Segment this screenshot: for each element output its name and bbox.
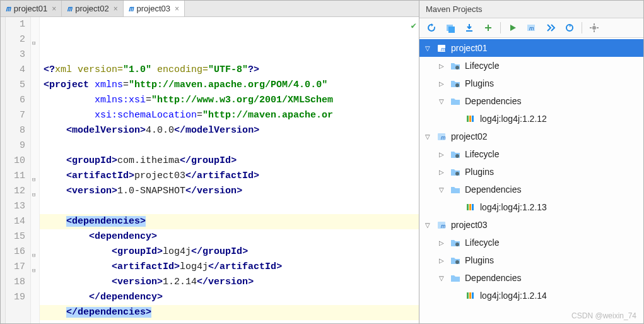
run-m-button[interactable]: m [524, 21, 540, 35]
chevron-right-icon[interactable]: ▷ [437, 151, 446, 158]
maven-tree[interactable]: ▽mproject01▷Lifecycle▷Plugins▽Dependenci… [419, 38, 643, 323]
folder-icon [450, 78, 461, 88]
settings-button[interactable] [586, 21, 602, 35]
generate-icon [445, 23, 455, 33]
folder-icon [450, 255, 461, 265]
refresh-button[interactable] [423, 21, 440, 35]
maven-node-dependencies[interactable]: ▽Dependencies [419, 181, 643, 198]
close-icon[interactable]: × [175, 4, 179, 13]
folder-icon [450, 237, 461, 248]
editor-tab-project01[interactable]: mproject01× [1, 1, 62, 16]
code-line[interactable] [40, 138, 419, 153]
svg-rect-30 [469, 292, 471, 299]
code-line[interactable]: xmlns:xsi="http://www.w3.org/2001/XMLSch… [40, 93, 419, 108]
maven-module-icon: m [436, 131, 447, 141]
chevron-right-icon[interactable]: ▷ [437, 169, 446, 176]
code-line[interactable]: </dependency> [40, 290, 419, 305]
code-editor[interactable]: 12345678910111213141516171819 ⊟⊟⊟⊟⊟ ✔ <?… [1, 17, 419, 323]
dependency-label: log4j:log4j:1.2.13 [480, 202, 547, 212]
code-line[interactable]: <groupId>com.itheima</groupId> [40, 153, 419, 169]
code-line[interactable]: <artifactId>project03</artifactId> [40, 169, 419, 184]
code-line[interactable]: <modelVersion>4.0.0</modelVersion> [40, 123, 419, 138]
code-line[interactable] [40, 320, 419, 323]
close-icon[interactable]: × [52, 4, 56, 13]
svg-rect-16 [469, 116, 471, 122]
svg-rect-31 [472, 292, 474, 299]
maven-project-project03[interactable]: ▽mproject03 [419, 216, 643, 234]
change-strip [1, 17, 6, 323]
maven-module-icon: m [436, 43, 447, 53]
maven-node-lifecycle[interactable]: ▷Lifecycle [419, 57, 643, 75]
code-line[interactable]: <dependency> [40, 229, 419, 244]
fold-gutter[interactable]: ⊟⊟⊟⊟⊟ [31, 17, 40, 323]
svg-point-28 [455, 260, 459, 264]
chevron-down-icon[interactable]: ▽ [423, 222, 432, 229]
maven-dependency[interactable]: log4j:log4j:1.2.13 [419, 198, 643, 216]
code-line[interactable]: <version>1.2.14</version> [40, 275, 419, 290]
editor-tab-project02[interactable]: mproject02× [62, 1, 123, 16]
dependency-icon [465, 114, 476, 124]
download-button[interactable] [461, 21, 477, 35]
chevron-right-icon[interactable]: ▷ [437, 63, 446, 69]
folder-icon [450, 149, 461, 159]
maven-node-plugins[interactable]: ▷Plugins [419, 75, 643, 92]
cycle-button[interactable] [561, 21, 578, 35]
maven-file-icon: m [129, 4, 134, 13]
node-label: Plugins [465, 255, 494, 265]
editor-tab-project03[interactable]: mproject03× [124, 1, 185, 16]
code-area[interactable]: ✔ <?xml version="1.0" encoding="UTF-8"?>… [40, 17, 419, 323]
chevron-down-icon[interactable]: ▽ [423, 133, 432, 140]
plus-button[interactable] [480, 21, 496, 35]
folder-icon [450, 184, 461, 195]
maven-dependency[interactable]: log4j:log4j:1.2.14 [419, 287, 643, 304]
cycle-icon [565, 23, 575, 33]
code-line[interactable]: </dependencies> [40, 305, 419, 320]
chevron-right-icon[interactable]: ▷ [437, 239, 446, 246]
maven-node-dependencies[interactable]: ▽Dependencies [419, 269, 643, 287]
refresh-icon [426, 23, 436, 33]
skip-button[interactable] [542, 21, 559, 35]
code-line[interactable]: <?xml version="1.0" encoding="UTF-8"?> [40, 63, 419, 78]
maven-node-plugins[interactable]: ▷Plugins [419, 251, 643, 269]
svg-rect-15 [467, 116, 469, 122]
editor-tabs: mproject01×mproject02×mproject03× [1, 1, 419, 17]
maven-toolbar: m [419, 18, 643, 38]
code-line[interactable]: <groupId>log4j</groupId> [40, 244, 419, 260]
chevron-down-icon[interactable]: ▽ [437, 275, 446, 282]
tab-label: project03 [136, 4, 170, 13]
node-label: Lifecycle [465, 61, 499, 71]
chevron-down-icon[interactable]: ▽ [437, 186, 446, 193]
inspection-ok-icon: ✔ [411, 18, 416, 33]
close-icon[interactable]: × [114, 4, 118, 13]
generate-button[interactable] [442, 21, 459, 35]
editor-pane: mproject01×mproject02×mproject03× 123456… [1, 1, 419, 323]
maven-node-dependencies[interactable]: ▽Dependencies [419, 92, 643, 110]
maven-node-plugins[interactable]: ▷Plugins [419, 163, 643, 181]
code-line[interactable]: <dependencies> [40, 214, 419, 229]
maven-panel-title: Maven Projects [419, 1, 643, 18]
maven-project-project02[interactable]: ▽mproject02 [419, 128, 643, 145]
code-line[interactable]: xsi:schemaLocation="http://maven.apache.… [40, 108, 419, 123]
maven-node-lifecycle[interactable]: ▷Lifecycle [419, 145, 643, 163]
svg-rect-24 [472, 204, 474, 210]
chevron-down-icon[interactable]: ▽ [437, 98, 446, 105]
code-line[interactable]: <artifactId>log4j</artifactId> [40, 260, 419, 275]
node-label: Dependencies [465, 273, 522, 283]
chevron-right-icon[interactable]: ▷ [437, 80, 446, 87]
code-line[interactable] [40, 199, 419, 214]
maven-project-project01[interactable]: ▽mproject01 [419, 39, 643, 57]
chevron-down-icon[interactable]: ▽ [423, 45, 432, 52]
maven-dependency[interactable]: log4j:log4j:1.2.12 [419, 110, 643, 128]
svg-rect-17 [472, 116, 474, 122]
code-line[interactable]: <version>1.0-SNAPSHOT</version> [40, 184, 419, 199]
svg-text:m: m [529, 25, 534, 32]
node-label: Plugins [465, 78, 494, 88]
chevron-right-icon[interactable]: ▷ [437, 257, 446, 264]
maven-projects-panel: Maven Projects m ▽mproject01▷Lifecycle▷P… [419, 1, 643, 323]
folder-icon [450, 167, 461, 177]
run-button[interactable] [505, 21, 521, 35]
maven-node-lifecycle[interactable]: ▷Lifecycle [419, 234, 643, 251]
folder-icon [450, 96, 461, 106]
code-line[interactable]: <project xmlns="http://maven.apache.org/… [40, 78, 419, 93]
dependency-label: log4j:log4j:1.2.14 [480, 291, 547, 301]
